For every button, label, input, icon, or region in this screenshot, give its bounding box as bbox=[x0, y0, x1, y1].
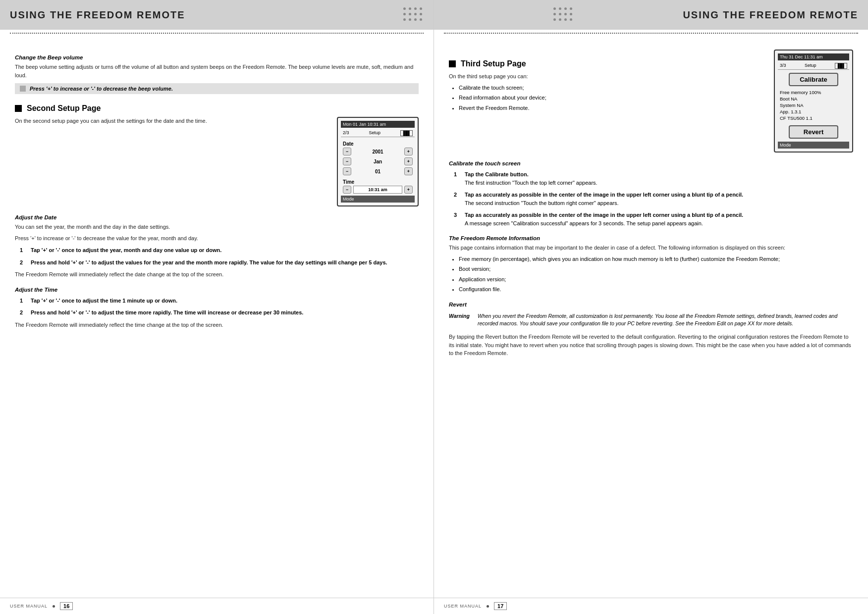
third-setup-intro: On the third setup page you can: bbox=[449, 72, 764, 81]
third-device-header: Thu 31 Dec 11:31 am bbox=[778, 53, 849, 60]
device-date-label: Date bbox=[341, 140, 415, 148]
adjust-time-title: Adjust the Time bbox=[15, 287, 419, 293]
left-dotted-separator bbox=[10, 33, 424, 34]
info-bullet-2: Boot version; bbox=[459, 265, 853, 273]
left-footer-label: USER MANUAL bbox=[10, 604, 48, 609]
gray-indicator bbox=[20, 86, 26, 92]
time-step-num-1: 1 bbox=[20, 297, 27, 305]
third-setup-text: Third Setup Page On the third setup page… bbox=[449, 50, 764, 153]
cal-step-num-3: 3 bbox=[454, 211, 461, 227]
second-setup-two-col: On the second setup page you can adjust … bbox=[15, 117, 419, 206]
adjust-time-step2: 2 Press and hold '+' or '-' to adjust th… bbox=[20, 308, 419, 317]
third-device-sub-bar: 3/3 Setup ▐█▌ bbox=[778, 62, 849, 70]
freedom-info-body1: This page contains information that may … bbox=[449, 244, 853, 252]
beep-instruction: Press '+' to increase or '-' to decrease… bbox=[15, 83, 419, 94]
page-left: USING THE FREEDOM REMOTE Change the Beep… bbox=[0, 0, 434, 614]
device-day-value: 01 bbox=[353, 169, 402, 174]
adjust-date-section: Adjust the Date You can set the year, th… bbox=[15, 214, 419, 279]
step2-bold: Press and hold '+' or '-' to adjust the … bbox=[31, 259, 387, 265]
cal-step-text-1: Tap the Calibrate button. The first inst… bbox=[465, 170, 597, 187]
revert-button[interactable]: Revert bbox=[789, 125, 838, 139]
step-num-1: 1 bbox=[20, 246, 27, 255]
cal-step-num-2: 2 bbox=[454, 191, 461, 207]
device-battery: ▐█▌ bbox=[400, 130, 413, 136]
right-page-content: Third Setup Page On the third setup page… bbox=[434, 37, 868, 598]
device-info-1: Free memory 100% bbox=[778, 89, 849, 96]
device-mode-bar: Mode bbox=[341, 196, 415, 203]
device-header-bar: Mon 01 Jan 10:31 am bbox=[341, 121, 415, 128]
warning-box: Warning When you revert the Freedom Remo… bbox=[449, 312, 853, 328]
device-month-plus[interactable]: + bbox=[404, 157, 413, 165]
device-day-plus[interactable]: + bbox=[404, 167, 413, 175]
third-setup-bullets: Calibrate the touch screen; Read informa… bbox=[459, 84, 764, 112]
left-page-content: Change the Beep volume The beep volume s… bbox=[0, 37, 434, 598]
device-day-minus[interactable]: − bbox=[343, 167, 351, 175]
device-year-minus[interactable]: − bbox=[343, 148, 351, 155]
device-sub-bar: 2/3 Setup ▐█▌ bbox=[341, 130, 415, 137]
calibrate-step3: 3 Tap as accurately as possible in the c… bbox=[454, 211, 853, 227]
left-page-number: 16 bbox=[60, 602, 73, 610]
adjust-date-body1: You can set the year, the month and the … bbox=[15, 223, 419, 231]
beep-volume-body: The beep volume setting adjusts or turns… bbox=[15, 63, 419, 79]
calibrate-step1: 1 Tap the Calibrate button. The first in… bbox=[454, 170, 853, 187]
warning-row: Warning When you revert the Freedom Remo… bbox=[449, 312, 853, 328]
adjust-time-steps: 1 Tap '+' or '-' once to adjust the time… bbox=[20, 297, 419, 317]
adjust-time-section: Adjust the Time 1 Tap '+' or '-' once to… bbox=[15, 287, 419, 329]
calibrate-button[interactable]: Calibrate bbox=[789, 73, 838, 86]
device-mode-label: Setup bbox=[369, 130, 380, 136]
third-device-mode-label: Setup bbox=[805, 63, 816, 69]
page-right: USING THE FREEDOM REMOTE Third Setup Pag… bbox=[434, 0, 868, 614]
device-month-minus[interactable]: − bbox=[343, 157, 351, 165]
info-bullet-3: Application version; bbox=[459, 275, 853, 284]
bullet-2: Read information about your device; bbox=[459, 94, 764, 102]
left-footer-dot bbox=[53, 605, 55, 608]
step-text-2: Press and hold '+' or '-' to adjust the … bbox=[31, 258, 387, 267]
device-time-value: 10:31 am bbox=[353, 186, 402, 194]
adjust-date-body3: The Freedom Remote will immediately refl… bbox=[15, 270, 419, 279]
right-page-number: 17 bbox=[494, 602, 507, 610]
cal-step-text-2: Tap as accurately as possible in the cen… bbox=[465, 191, 743, 207]
cal-step-text-3: Tap as accurately as possible in the cen… bbox=[465, 211, 743, 227]
device-info-3: System NA bbox=[778, 102, 849, 108]
device-time-label: Time bbox=[343, 179, 354, 185]
bullet-1: Calibrate the touch screen; bbox=[459, 84, 764, 92]
step-num-2: 2 bbox=[20, 258, 27, 267]
adjust-time-step1: 1 Tap '+' or '-' once to adjust the time… bbox=[20, 297, 419, 305]
device-info-4: App. 1.3.1 bbox=[778, 108, 849, 115]
right-footer-dot bbox=[487, 605, 489, 608]
info-bullet-1: Free memory (in percentage), which gives… bbox=[459, 255, 853, 263]
revert-section: Revert Warning When you revert the Freed… bbox=[449, 302, 853, 358]
right-header: USING THE FREEDOM REMOTE bbox=[434, 0, 868, 30]
freedom-info-bullets: Free memory (in percentage), which gives… bbox=[459, 255, 853, 294]
time-step2-bold: Press and hold '+' or '-' to adjust the … bbox=[31, 309, 303, 315]
bullet-3: Revert the Freedom Remote. bbox=[459, 104, 764, 112]
third-device-header-text: Thu 31 Dec 11:31 am bbox=[780, 54, 823, 59]
device-month-row: − Jan + bbox=[341, 157, 415, 165]
device-year-value: 2001 bbox=[353, 149, 402, 154]
cal-step-num-1: 1 bbox=[454, 170, 461, 187]
device-time-plus[interactable]: + bbox=[404, 186, 413, 194]
device-year-plus[interactable]: + bbox=[404, 148, 413, 155]
cal-step1-body: The first instruction "Touch the top lef… bbox=[465, 180, 597, 186]
revert-body: By tapping the Revert button the Freedom… bbox=[449, 333, 853, 358]
second-setup-intro: On the second setup page you can adjust … bbox=[15, 117, 327, 125]
cal-step1-bold: Tap the Calibrate button. bbox=[465, 171, 529, 177]
header-dots-right bbox=[553, 7, 574, 22]
info-bullet-4: Configuration file. bbox=[459, 285, 853, 294]
right-footer: USER MANUAL 17 bbox=[434, 598, 868, 614]
adjust-date-body2: Press '+' to increase or '-' to decrease… bbox=[15, 234, 419, 243]
adjust-date-step1: 1 Tap '+' or '-' once to adjust the year… bbox=[20, 246, 419, 255]
device-year-row: − 2001 + bbox=[341, 148, 415, 155]
adjust-date-step2: 2 Press and hold '+' or '-' to adjust th… bbox=[20, 258, 419, 267]
header-dots-left bbox=[403, 7, 424, 22]
revert-section-title: Revert bbox=[449, 302, 853, 307]
cal-step3-bold: Tap as accurately as possible in the cen… bbox=[465, 212, 743, 218]
adjust-date-steps: 1 Tap '+' or '-' once to adjust the year… bbox=[20, 246, 419, 266]
freedom-info-section: The Freedom Remote Information This page… bbox=[449, 235, 853, 294]
device-time-minus[interactable]: − bbox=[343, 186, 351, 194]
cal-step2-bold: Tap as accurately as possible in the cen… bbox=[465, 192, 743, 198]
third-setup-device: Thu 31 Dec 11:31 am 3/3 Setup ▐█▌ Calibr… bbox=[774, 50, 853, 153]
left-header: USING THE FREEDOM REMOTE bbox=[0, 0, 434, 30]
calibrate-title: Calibrate the touch screen bbox=[449, 160, 853, 166]
third-device-battery: ▐█▌ bbox=[835, 63, 847, 69]
